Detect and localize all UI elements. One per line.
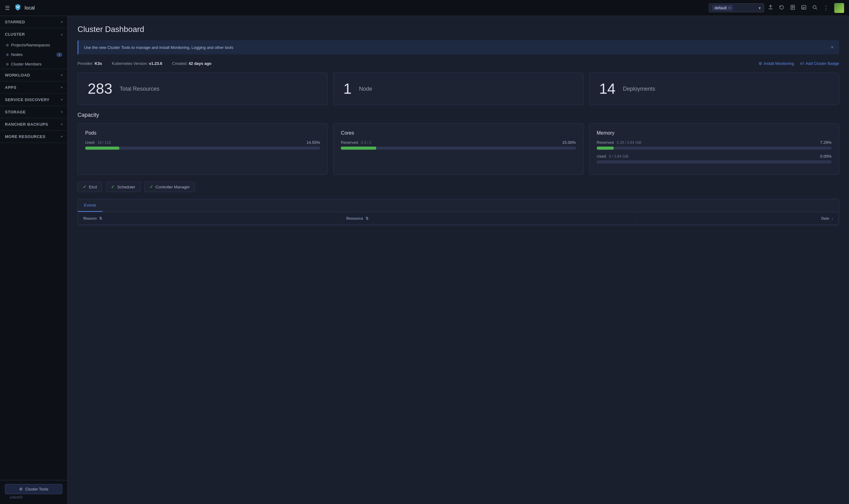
- namespace-chevron-icon[interactable]: ▾: [759, 5, 761, 11]
- sidebar-section-apps: Apps ▾: [0, 82, 67, 94]
- events-tabs: Events: [78, 199, 839, 212]
- dot-icon: [6, 63, 8, 66]
- deployments-number: 14: [599, 82, 616, 96]
- events-table: Reason ⇅ Resource ⇅ Date ↓: [78, 212, 839, 225]
- sidebar-workload-header[interactable]: Workload ▾: [0, 69, 67, 81]
- resource-sort-icon: ⇅: [365, 216, 368, 221]
- sidebar-section-starred: Starred ▾: [0, 16, 67, 28]
- status-row: ✓Etcd✓Scheduler✓Controller Manager: [77, 182, 839, 192]
- install-monitoring-link[interactable]: ⚙ Install Monitoring: [759, 61, 794, 66]
- namespace-tag: default ×: [712, 5, 733, 11]
- sidebar-section-workload: Workload ▾: [0, 69, 67, 82]
- capacity-card-title: Pods: [85, 130, 320, 136]
- sidebar-starred-header[interactable]: Starred ▾: [0, 16, 67, 28]
- service-discovery-chevron-icon: ▾: [61, 98, 63, 102]
- sidebar-rancher-backups-header[interactable]: Rancher Backups ▾: [0, 118, 67, 130]
- reason-sort-icon: ⇅: [99, 216, 102, 221]
- sidebar-cluster-tools: ⚙ Cluster Tools e26c652: [0, 480, 67, 504]
- gear-small-icon: ⚙: [759, 61, 762, 66]
- search-icon[interactable]: [812, 5, 818, 11]
- sidebar-storage-header[interactable]: Storage ▾: [0, 106, 67, 118]
- nodes-number: 1: [343, 82, 351, 96]
- main-layout: Starred ▾ Cluster ▴ Projects/Namespaces …: [0, 16, 849, 504]
- capacity-card-cores: Cores Reserved 0.3 / 2 15.00%: [333, 123, 583, 175]
- created-meta: Created: 42 days ago: [172, 61, 212, 66]
- events-tab[interactable]: Events: [78, 199, 102, 212]
- progress-bar-bg: [597, 160, 831, 163]
- sidebar-section-more-resources: More Resources ▾: [0, 131, 67, 143]
- avatar[interactable]: [834, 3, 844, 13]
- badge-icon: 🏷: [800, 61, 804, 66]
- nodes-badge: 1: [56, 53, 63, 57]
- col-reason[interactable]: Reason ⇅: [79, 213, 341, 224]
- banner-close-icon[interactable]: ×: [831, 44, 834, 50]
- sidebar-item-cluster-members[interactable]: Cluster Members: [0, 59, 67, 69]
- docs-icon[interactable]: [790, 5, 796, 11]
- menu-icon[interactable]: ☰: [5, 5, 10, 11]
- progress-bar-fill: [85, 147, 119, 150]
- dot-icon: [6, 44, 8, 47]
- sidebar-more-resources-header[interactable]: More Resources ▾: [0, 131, 67, 143]
- sidebar-section-rancher-backups: Rancher Backups ▾: [0, 118, 67, 131]
- capacity-card-memory: Memory Reserved 0.28 / 3.84 GiB 7.29% Us…: [589, 123, 839, 175]
- topbar: ☰ local default × ▾ ⋮: [0, 0, 849, 16]
- workload-chevron-icon: ▾: [61, 73, 63, 77]
- status-badge-controller-manager: ✓Controller Manager: [144, 182, 195, 192]
- date-sort-icon: ↓: [831, 216, 833, 221]
- sidebar-item-nodes[interactable]: Nodes 1: [0, 50, 67, 59]
- col-resource[interactable]: Resource ⇅: [342, 213, 636, 224]
- capacity-row: Pods Used 16 / 110 14.55% Cores Reserved…: [77, 123, 839, 175]
- kubectl-icon[interactable]: [801, 5, 807, 11]
- info-banner: Use the new Cluster Tools to manage and …: [77, 40, 839, 54]
- sidebar-section-storage: Storage ▾: [0, 106, 67, 118]
- sidebar-section-cluster: Cluster ▴ Projects/Namespaces Nodes 1: [0, 28, 67, 69]
- meta-actions: ⚙ Install Monitoring 🏷 Add Cluster Badge: [759, 61, 839, 66]
- stats-row: 283 Total Resources 1 Node 14 Deployment…: [77, 73, 839, 105]
- cluster-chevron-icon: ▴: [61, 33, 63, 36]
- content: Cluster Dashboard Use the new Cluster To…: [68, 16, 849, 504]
- namespace-selector[interactable]: default × ▾: [709, 3, 764, 12]
- deployments-label: Deployments: [623, 86, 655, 92]
- progress-bar-bg: [597, 147, 831, 150]
- progress-bar-bg: [341, 147, 575, 150]
- more-resources-chevron-icon: ▾: [61, 135, 63, 138]
- progress-bar-fill: [597, 147, 614, 150]
- version-text: e26c652: [5, 494, 63, 500]
- apps-chevron-icon: ▾: [61, 86, 63, 89]
- status-badge-etcd: ✓Etcd: [77, 182, 102, 192]
- stat-card-nodes: 1 Node: [333, 73, 583, 105]
- more-icon[interactable]: ⋮: [823, 5, 829, 11]
- stat-card-total-resources: 283 Total Resources: [77, 73, 328, 105]
- sidebar-apps-header[interactable]: Apps ▾: [0, 82, 67, 93]
- sidebar-service-discovery-header[interactable]: Service Discovery ▾: [0, 94, 67, 106]
- status-badge-scheduler: ✓Scheduler: [106, 182, 141, 192]
- namespace-close-icon[interactable]: ×: [728, 6, 731, 10]
- stat-card-deployments: 14 Deployments: [589, 73, 839, 105]
- capacity-metric: Used 0 / 3.84 GiB 0.00%: [597, 154, 831, 159]
- upload-icon[interactable]: [768, 5, 773, 11]
- col-date[interactable]: Date ↓: [637, 213, 838, 224]
- page-title: Cluster Dashboard: [77, 24, 839, 34]
- capacity-title: Capacity: [77, 112, 839, 118]
- sidebar-section-service-discovery: Service Discovery ▾: [0, 94, 67, 106]
- sidebar-cluster-header[interactable]: Cluster ▴: [0, 28, 67, 40]
- check-icon: ✓: [111, 184, 115, 189]
- dot-icon: [6, 53, 8, 56]
- k8s-version-meta: Kubernetes Version: v1.23.6: [112, 61, 162, 66]
- topbar-actions: ⋮: [768, 3, 844, 13]
- events-section: Events Reason ⇅ Resource ⇅ Date: [77, 199, 839, 226]
- capacity-metric: Used 16 / 110 14.55%: [85, 140, 320, 145]
- add-cluster-badge-link[interactable]: 🏷 Add Cluster Badge: [800, 61, 839, 66]
- storage-chevron-icon: ▾: [61, 110, 63, 114]
- history-icon[interactable]: [779, 5, 784, 11]
- check-icon: ✓: [150, 184, 153, 189]
- meta-row: Provider: K3s Kubernetes Version: v1.23.…: [77, 61, 839, 66]
- total-resources-number: 283: [88, 82, 112, 96]
- capacity-card-title: Memory: [597, 130, 831, 136]
- capacity-card-title: Cores: [341, 130, 575, 136]
- cluster-tools-button[interactable]: ⚙ Cluster Tools: [5, 484, 63, 494]
- sidebar-item-projects-namespaces[interactable]: Projects/Namespaces: [0, 40, 67, 50]
- capacity-metric: Reserved 0.28 / 3.84 GiB 7.29%: [597, 140, 831, 145]
- progress-bar-fill: [341, 147, 376, 150]
- svg-point-2: [813, 5, 816, 8]
